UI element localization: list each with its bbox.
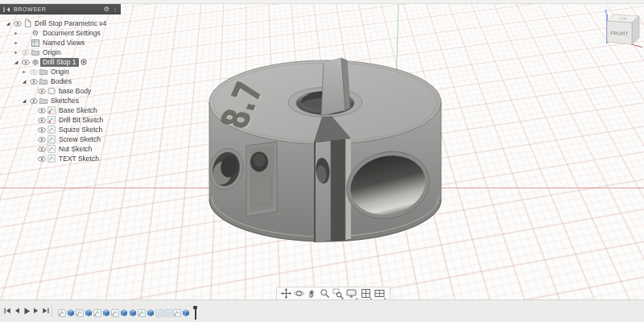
activate-component-radio[interactable] <box>80 59 87 65</box>
viewcube[interactable]: Z TOP FRONT <box>599 8 644 52</box>
twisty-closed-icon[interactable]: ▸ <box>12 40 20 45</box>
timeline-feature-sketch-1[interactable] <box>58 308 66 317</box>
visibility-eye-icon[interactable] <box>20 50 31 56</box>
browser-item-label: Named Views <box>40 39 87 47</box>
sketch-icon <box>47 135 56 143</box>
timeline-controls <box>3 306 50 316</box>
visibility-eye-icon[interactable] <box>36 137 47 142</box>
timeline-feature-extrude-11[interactable] <box>147 308 155 317</box>
twisty-closed-icon[interactable]: ▸ <box>20 69 28 74</box>
browser-header: BROWSER ⚙ ⋮ <box>0 4 121 14</box>
slot-fin[interactable] <box>321 58 345 116</box>
browser-settings-gear-icon[interactable]: ⚙ <box>104 6 109 13</box>
browser-item-sketches-8[interactable]: ◢Sketches <box>0 96 121 105</box>
browser-item-label: Origin <box>48 68 72 76</box>
step-back-button[interactable] <box>13 306 21 316</box>
browser-item-label: Sketches <box>48 97 81 105</box>
play-button[interactable] <box>23 306 31 316</box>
visibility-eye-icon[interactable] <box>12 21 23 27</box>
visibility-eye-icon[interactable] <box>28 98 39 104</box>
browser-panel: BROWSER ⚙ ⋮ ◢Drill Stop Parametric v4▸⚙D… <box>0 4 121 163</box>
folder-icon <box>31 49 40 56</box>
folder-icon <box>39 78 48 85</box>
folder-icon <box>39 68 48 75</box>
x-axis-indicator <box>631 44 642 47</box>
visibility-eye-icon[interactable] <box>28 69 39 75</box>
browser-item-label: TEXT Sketch <box>56 155 101 163</box>
timeline-feature-pattern-12[interactable] <box>155 308 163 317</box>
browser-item-drill-stop-1-4[interactable]: ◢Drill Stop 1 <box>0 57 121 67</box>
twisty-open-icon[interactable]: ◢ <box>12 60 20 64</box>
browser-item-document-settings-1[interactable]: ▸⚙Document Settings <box>0 28 121 38</box>
step-forward-button[interactable] <box>32 306 40 316</box>
timeline-feature-sketch-10[interactable] <box>138 308 146 317</box>
twisty-open-icon[interactable]: ◢ <box>20 98 28 103</box>
visibility-eye-icon[interactable] <box>36 89 47 94</box>
visibility-eye-icon[interactable] <box>28 79 39 85</box>
timeline-bar: ⚙ <box>0 299 644 322</box>
visibility-eye-icon[interactable] <box>36 156 47 162</box>
browser-item-origin-3[interactable]: ▸Origin <box>0 47 121 57</box>
browser-item-label: Base Sketch <box>56 106 100 115</box>
sketch-red-icon <box>47 106 56 114</box>
timeline-playhead-marker[interactable] <box>192 306 198 320</box>
browser-item-squize-sketch-11[interactable]: Squize Sketch <box>0 125 121 134</box>
visibility-eye-icon[interactable] <box>20 60 31 65</box>
timeline-feature-extrude-2[interactable] <box>67 308 75 317</box>
sketch-icon <box>47 145 56 153</box>
sketch-icon <box>47 155 56 163</box>
browser-item-text-sketch-14[interactable]: TEXT Sketch <box>0 154 121 163</box>
dock-left-icon[interactable] <box>3 6 10 13</box>
timeline-feature-extrude-8[interactable] <box>120 308 128 317</box>
body-icon <box>47 87 56 95</box>
z-axis-label: Z <box>605 9 608 14</box>
timeline-feature-sketch-14[interactable] <box>173 308 181 317</box>
browser-item-label: Screw Sketch <box>56 135 103 144</box>
browser-item-bodies-6[interactable]: ◢Bodies <box>0 76 121 86</box>
browser-item-screw-sketch-12[interactable]: Screw Sketch <box>0 134 121 144</box>
folder-icon <box>39 97 48 104</box>
timeline-feature-extrude-15[interactable] <box>182 308 190 317</box>
component-icon <box>31 58 40 66</box>
visibility-eye-icon[interactable] <box>36 118 47 123</box>
browser-item-nut-sketch-13[interactable]: Nut Sketch <box>0 144 121 154</box>
browser-item-label: Drill Stop Parametric v4 <box>32 19 109 28</box>
browser-kebab-icon[interactable]: ⋮ <box>113 7 118 12</box>
drill-stop-body[interactable]: 8.7 8.7 <box>193 48 451 250</box>
twisty-open-icon[interactable]: ◢ <box>20 79 28 84</box>
browser-item-drill-stop-parametric-v4-0[interactable]: ◢Drill Stop Parametric v4 <box>0 19 121 28</box>
browser-item-origin-5[interactable]: ▸Origin <box>0 67 121 76</box>
browser-item-label: Document Settings <box>40 29 103 38</box>
browser-item-label: Bodies <box>48 77 74 86</box>
twisty-closed-icon[interactable]: ▸ <box>12 50 20 55</box>
sketch-red-icon <box>47 116 56 124</box>
go-to-end-button[interactable] <box>42 306 50 316</box>
timeline-feature-pattern-13[interactable] <box>164 308 172 317</box>
timeline-feature-extrude-4[interactable] <box>85 308 93 317</box>
timeline-feature-extrude-6[interactable] <box>102 308 110 317</box>
document-icon <box>23 19 32 27</box>
browser-item-base-sketch-9[interactable]: Base Sketch <box>0 105 121 115</box>
visibility-eye-icon[interactable] <box>36 147 47 152</box>
twisty-closed-icon[interactable]: ▸ <box>12 31 20 35</box>
timeline-feature-sketch-5[interactable] <box>93 308 101 317</box>
twisty-open-icon[interactable]: ◢ <box>4 21 12 26</box>
visibility-eye-icon[interactable] <box>36 127 47 133</box>
browser-item-label: Drill Bit Sketch <box>56 116 105 125</box>
timeline-feature-sketch-3[interactable] <box>76 308 84 317</box>
visibility-eye-icon[interactable] <box>36 108 47 114</box>
browser-item-base-body-7[interactable]: base Body <box>0 86 121 96</box>
timeline-feature-extrude-9[interactable] <box>129 308 137 317</box>
browser-item-drill-bit-sketch-10[interactable]: Drill Bit Sketch <box>0 115 121 125</box>
browser-item-named-views-2[interactable]: ▸Named Views <box>0 38 121 47</box>
timeline-feature-sketch-7[interactable] <box>111 308 119 317</box>
browser-item-label: Squize Sketch <box>56 126 105 134</box>
go-to-start-button[interactable] <box>3 306 11 316</box>
fusion-360-window: { "colors": { "selection_bg": "#6d6d6d",… <box>0 0 644 322</box>
browser-item-label: Drill Stop 1 <box>40 58 79 67</box>
browser-title: BROWSER <box>14 6 101 12</box>
views-icon <box>31 39 40 47</box>
browser-item-label: base Body <box>56 87 93 96</box>
viewcube-top-label: TOP <box>619 17 628 21</box>
browser-item-label: Origin <box>40 48 64 57</box>
